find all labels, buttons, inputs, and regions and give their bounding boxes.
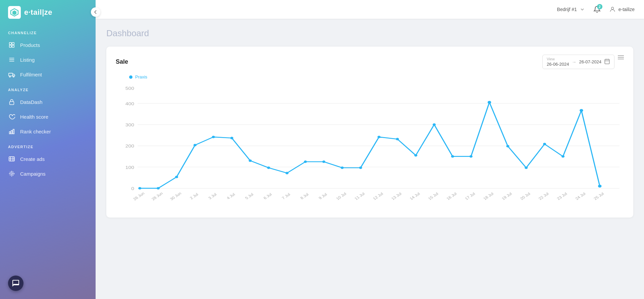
- svg-rect-9: [9, 73, 13, 76]
- svg-text:100: 100: [125, 165, 134, 170]
- svg-text:400: 400: [125, 101, 134, 106]
- svg-text:20 Jul: 20 Jul: [519, 192, 532, 201]
- chat-button[interactable]: [8, 276, 23, 291]
- svg-point-10: [9, 76, 11, 77]
- date-range-picker[interactable]: View 26-06-2024 → 26-07-2024: [542, 55, 614, 69]
- svg-rect-12: [10, 102, 14, 105]
- svg-point-50: [359, 167, 362, 169]
- svg-text:6 Jul: 6 Jul: [262, 192, 273, 200]
- bar-chart-icon: [8, 128, 15, 135]
- svg-point-41: [194, 144, 197, 146]
- sidebar-logo: e·tail|ze: [0, 0, 96, 25]
- svg-rect-15: [13, 129, 14, 134]
- svg-point-20: [11, 173, 12, 174]
- page-title: Dashboard: [106, 28, 633, 39]
- svg-text:12 Jul: 12 Jul: [372, 192, 384, 201]
- svg-point-22: [611, 7, 613, 9]
- sidebar-item-products[interactable]: Products: [0, 38, 96, 52]
- date-from: 26-06-2024: [547, 62, 569, 67]
- svg-point-46: [285, 172, 288, 174]
- svg-point-48: [322, 161, 325, 163]
- svg-text:18 Jul: 18 Jul: [482, 192, 495, 201]
- svg-point-54: [433, 123, 436, 126]
- svg-text:300: 300: [125, 122, 134, 127]
- section-label-channelize: CHANNELIZE: [0, 25, 96, 38]
- svg-rect-14: [11, 130, 12, 134]
- svg-point-59: [525, 167, 528, 169]
- svg-point-51: [377, 136, 380, 138]
- sidebar-item-health-score[interactable]: Health score: [0, 109, 96, 124]
- sidebar-item-datadash[interactable]: DataDash: [0, 95, 96, 109]
- sidebar-collapse-button[interactable]: [91, 7, 100, 17]
- company-selector[interactable]: Bedrijf #1: [557, 7, 585, 12]
- svg-rect-5: [12, 45, 14, 47]
- chart-legend: Praxis: [116, 74, 624, 79]
- svg-text:13 Jul: 13 Jul: [390, 192, 403, 201]
- svg-text:2 Jul: 2 Jul: [189, 192, 199, 200]
- svg-text:11 Jul: 11 Jul: [354, 192, 366, 201]
- svg-text:15 Jul: 15 Jul: [427, 192, 439, 201]
- sidebar-item-campaigns-label: Campaigns: [20, 171, 46, 177]
- svg-point-45: [267, 167, 270, 169]
- heart-icon: [8, 113, 15, 120]
- box-icon: [8, 41, 15, 49]
- svg-point-42: [212, 136, 215, 138]
- ads-icon: [8, 155, 15, 163]
- calendar-icon: [604, 58, 610, 65]
- sidebar-item-fulfilment-label: Fulfilment: [20, 72, 42, 77]
- list-icon: [8, 56, 15, 63]
- date-to: 26-07-2024: [579, 59, 602, 64]
- logo-icon: [8, 6, 21, 19]
- svg-marker-1: [12, 10, 16, 15]
- sidebar-item-campaigns[interactable]: Campaigns: [0, 166, 96, 181]
- svg-point-52: [396, 138, 399, 140]
- sidebar-item-fulfilment[interactable]: Fulfilment: [0, 67, 96, 82]
- svg-text:200: 200: [125, 144, 134, 148]
- notification-button[interactable]: 2: [591, 3, 603, 15]
- company-name: Bedrijf #1: [557, 7, 577, 12]
- sales-chart: 0 100 200 300 400 500: [116, 82, 624, 210]
- svg-text:10 Jul: 10 Jul: [335, 192, 347, 201]
- legend-label: Praxis: [135, 74, 147, 79]
- chart-title: Sale: [116, 58, 128, 65]
- svg-point-21: [10, 172, 14, 176]
- svg-text:5 Jul: 5 Jul: [244, 192, 255, 200]
- svg-text:19 Jul: 19 Jul: [501, 192, 513, 201]
- svg-text:9 Jul: 9 Jul: [318, 192, 328, 200]
- main-content: Bedrijf #1 2 e-tailize Dashboard Sal: [96, 0, 644, 299]
- svg-point-44: [249, 160, 252, 162]
- svg-text:4 Jul: 4 Jul: [226, 192, 236, 200]
- svg-point-47: [304, 161, 307, 163]
- sidebar-item-listing[interactable]: Listing: [0, 52, 96, 67]
- sidebar-item-listing-label: Listing: [20, 57, 35, 63]
- svg-point-49: [341, 167, 344, 169]
- svg-point-43: [230, 137, 233, 139]
- chart-menu-button[interactable]: [618, 55, 624, 59]
- page-content: Dashboard Sale View 26-06-2024 → 26-07-2…: [96, 19, 644, 299]
- svg-point-63: [598, 185, 601, 187]
- sidebar-item-create-ads[interactable]: Create ads: [0, 152, 96, 166]
- svg-point-38: [138, 187, 141, 189]
- svg-point-40: [175, 176, 178, 178]
- campaigns-icon: [8, 170, 15, 177]
- user-menu[interactable]: e-tailize: [609, 6, 635, 13]
- svg-text:24 Jul: 24 Jul: [574, 192, 587, 201]
- sidebar-item-rank-checker-label: Rank checker: [20, 129, 51, 134]
- svg-text:22 Jul: 22 Jul: [537, 192, 550, 201]
- sidebar-item-datadash-label: DataDash: [20, 99, 43, 105]
- view-label: View: [547, 57, 569, 61]
- svg-text:3 Jul: 3 Jul: [207, 192, 218, 200]
- svg-point-53: [414, 154, 417, 157]
- svg-point-57: [488, 101, 491, 104]
- chart-svg: 0 100 200 300 400 500: [116, 82, 624, 210]
- svg-text:17 Jul: 17 Jul: [464, 192, 476, 201]
- chart-header: Sale View 26-06-2024 → 26-07-2024: [116, 55, 624, 69]
- svg-text:25 Jul: 25 Jul: [593, 192, 605, 201]
- arrow-icon: →: [572, 59, 577, 65]
- svg-text:23 Jul: 23 Jul: [556, 192, 568, 201]
- logo-text: e·tail|ze: [24, 8, 52, 17]
- svg-rect-4: [9, 45, 11, 47]
- svg-text:14 Jul: 14 Jul: [409, 192, 421, 201]
- sidebar-item-rank-checker[interactable]: Rank checker: [0, 124, 96, 139]
- svg-text:16 Jul: 16 Jul: [445, 192, 458, 201]
